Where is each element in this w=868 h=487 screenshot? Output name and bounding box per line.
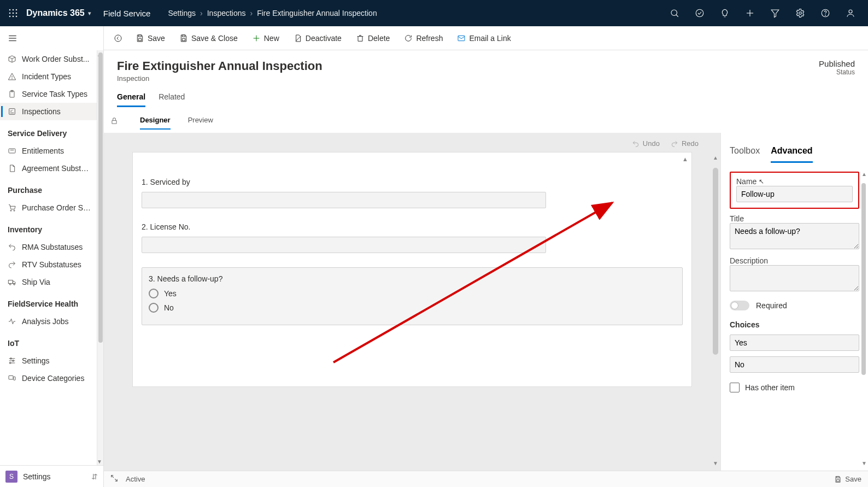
sidebar-item-service-task-types[interactable]: Service Task Types — [0, 85, 99, 103]
app-launcher[interactable] — [5, 5, 21, 21]
lightbulb-icon[interactable] — [713, 0, 737, 26]
svg-point-2 — [16, 9, 17, 11]
topbar-left: Dynamics 365 ▾ Field Service Settings › … — [5, 5, 377, 21]
chevron-up-icon[interactable]: ▲ — [861, 171, 867, 177]
subtab-designer[interactable]: Designer — [140, 113, 171, 130]
svg-marker-14 — [771, 10, 779, 17]
filter-icon[interactable] — [763, 0, 787, 26]
required-toggle[interactable] — [730, 301, 749, 310]
area-name: Field Service — [103, 9, 151, 18]
subtab-preview[interactable]: Preview — [188, 113, 213, 130]
radio-option-yes[interactable]: Yes — [149, 289, 676, 298]
scrollbar-thumb[interactable] — [861, 183, 866, 375]
returnv-icon — [8, 260, 16, 269]
name-input[interactable] — [736, 186, 853, 202]
sidebar-item-analysis-jobs[interactable]: Analysis Jobs — [0, 313, 99, 330]
help-icon[interactable] — [813, 0, 837, 26]
sidebar-item-entitlements[interactable]: Entitlements — [0, 142, 99, 160]
tab-related[interactable]: Related — [159, 92, 185, 107]
delete-button[interactable]: Delete — [350, 31, 395, 46]
choice-input-1[interactable] — [730, 356, 859, 373]
undo-button[interactable]: Undo — [632, 139, 660, 148]
description-input[interactable] — [730, 265, 859, 291]
sidebar-item-work-order-subst[interactable]: Work Order Subst... — [0, 50, 99, 68]
email-button[interactable]: Email a Link — [451, 31, 516, 46]
question-2-label: 2. License No. — [142, 222, 683, 231]
properties-panel: Toolbox Advanced Name ↖ Title Needs a f — [720, 133, 868, 471]
pulse-icon — [8, 317, 16, 326]
crumb-2[interactable]: Fire Extinguisher Annual Inspection — [257, 9, 377, 17]
radio-option-no[interactable]: No — [149, 303, 676, 313]
scrollbar-thumb[interactable] — [713, 168, 718, 355]
prop-tab-toolbox[interactable]: Toolbox — [730, 146, 760, 163]
return-icon — [8, 243, 16, 251]
crumb-1[interactable]: Inspections — [207, 9, 246, 17]
scrollbar-thumb[interactable] — [98, 52, 103, 343]
brand-switcher[interactable]: Dynamics 365 ▾ — [25, 8, 91, 18]
devices-icon — [8, 374, 16, 383]
sidebar-item-rtv-substatuses[interactable]: RTV Substatuses — [0, 256, 99, 273]
new-button[interactable]: New — [247, 31, 285, 46]
sidenav-toggle[interactable] — [0, 26, 103, 50]
settings-gear-icon[interactable] — [788, 0, 812, 26]
refresh-button[interactable]: Refresh — [398, 31, 448, 46]
save-button[interactable]: Save — [130, 31, 171, 46]
canvas-column: Undo Redo ▲ 1. Serviced by — [104, 133, 720, 471]
canvas-scroll[interactable]: ▲ 1. Serviced by 2. License No. 3. Needs — [104, 152, 720, 471]
properties-scrollbar[interactable]: ▲ ▼ — [861, 171, 867, 466]
save_close-button[interactable]: Save & Close — [174, 31, 243, 46]
svg-point-15 — [799, 12, 802, 15]
question-2[interactable]: 2. License No. — [142, 222, 683, 253]
sidebar-item-agreement-substa[interactable]: Agreement Substa... — [0, 160, 99, 177]
title-input[interactable]: Needs a follow-up? — [730, 223, 859, 249]
sidebar-item-purchase-order-su[interactable]: Purchase Order Su... — [0, 199, 99, 216]
back-button[interactable] — [108, 31, 128, 46]
redo-button[interactable]: Redo — [671, 139, 699, 148]
checklist-icon — [8, 107, 16, 116]
mail-icon — [457, 34, 466, 43]
question-1[interactable]: 1. Serviced by — [142, 178, 683, 208]
svg-point-18 — [849, 10, 852, 13]
sidebar-item-label: Analysis Jobs — [22, 317, 91, 326]
quick-save[interactable]: Save — [834, 475, 861, 483]
crumb-0[interactable]: Settings — [168, 9, 196, 17]
sidebar-item-rma-substatuses[interactable]: RMA Substatuses — [0, 238, 99, 256]
chevron-down-icon[interactable]: ▼ — [97, 459, 102, 464]
cmd-label: Email a Link — [469, 34, 511, 43]
question-1-input[interactable] — [142, 192, 546, 208]
name-label: Name ↖ — [736, 177, 853, 186]
expand-icon[interactable] — [110, 474, 118, 484]
chevron-up-icon[interactable]: ▲ — [713, 155, 718, 161]
svg-rect-58 — [837, 476, 840, 478]
svg-point-24 — [12, 79, 13, 79]
deactivate-button[interactable]: Deactivate — [288, 31, 347, 46]
question-2-input[interactable] — [142, 237, 546, 253]
tab-general[interactable]: General — [117, 92, 145, 107]
add-icon[interactable] — [738, 0, 762, 26]
choice-input-0[interactable] — [730, 335, 859, 351]
svg-point-34 — [9, 284, 11, 285]
sidenav-scroll[interactable]: Work Order Subst...Incident TypesService… — [0, 50, 103, 465]
chevron-down-icon[interactable]: ▼ — [861, 460, 867, 466]
sidebar-item-label: Agreement Substa... — [22, 164, 91, 173]
sidebar-item-label: Service Task Types — [22, 90, 91, 98]
search-icon[interactable] — [662, 0, 687, 26]
sidebar-item-incident-types[interactable]: Incident Types — [0, 68, 99, 85]
canvas-scrollbar[interactable]: ▲ ▼ — [713, 155, 718, 466]
question-3-selected[interactable]: 3. Needs a follow-up? Yes No — [142, 267, 683, 325]
sidenav-scrollbar[interactable]: ▲ ▼ — [97, 50, 103, 465]
task-target-icon[interactable] — [688, 0, 712, 26]
sidebar-item-settings[interactable]: Settings — [0, 352, 99, 369]
sidebar-item-device-categories[interactable]: Device Categories — [0, 369, 99, 387]
sidebar-item-ship-via[interactable]: Ship Via — [0, 273, 99, 291]
collapse-icon[interactable]: ▲ — [682, 156, 688, 162]
chevron-down-icon[interactable]: ▼ — [713, 460, 718, 466]
record-state: Active — [126, 475, 145, 483]
prop-tab-advanced[interactable]: Advanced — [771, 146, 812, 163]
sidenav-area-switcher[interactable]: S Settings ⇵ — [0, 465, 103, 487]
plus-icon — [252, 34, 261, 43]
has-other-checkbox[interactable] — [730, 383, 740, 392]
user-icon[interactable] — [838, 0, 863, 26]
svg-line-10 — [676, 15, 678, 17]
sidebar-item-inspections[interactable]: Inspections — [0, 103, 99, 120]
